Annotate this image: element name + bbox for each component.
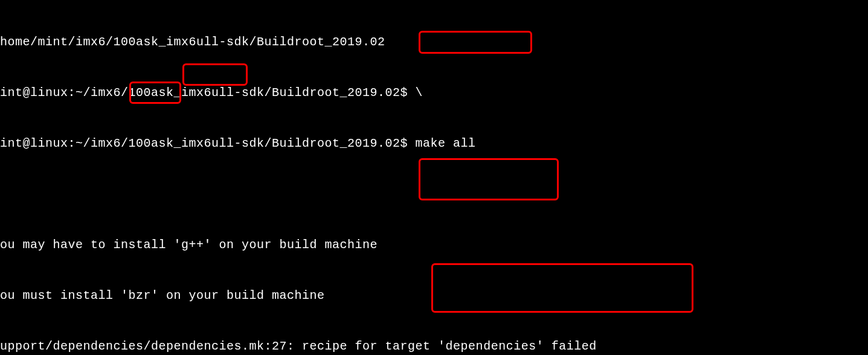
- terminal-line: [0, 186, 868, 203]
- terminal-line: int@linux:~/imx6/100ask_imx6ull-sdk/Buil…: [0, 85, 868, 101]
- terminal-line: int@linux:~/imx6/100ask_imx6ull-sdk/Buil…: [0, 135, 868, 152]
- terminal-output[interactable]: home/mint/imx6/100ask_imx6ull-sdk/Buildr…: [0, 0, 868, 355]
- terminal-line: upport/dependencies/dependencies.mk:27: …: [0, 338, 868, 355]
- terminal-line: ou may have to install 'g++' on your bui…: [0, 237, 868, 254]
- terminal-line: ou must install 'bzr' on your build mach…: [0, 287, 868, 304]
- terminal-line: home/mint/imx6/100ask_imx6ull-sdk/Buildr…: [0, 34, 868, 51]
